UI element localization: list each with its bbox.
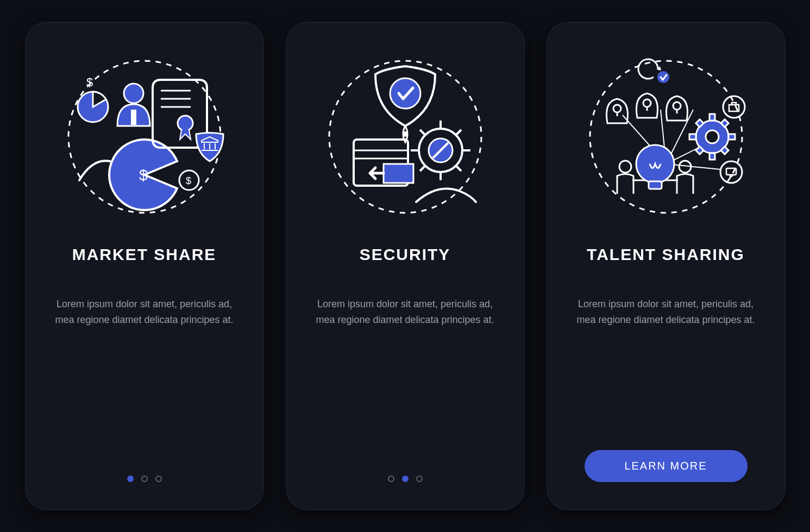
card-description: Lorem ipsum dolor sit amet, periculis ad… [313,296,498,328]
svg-rect-55 [689,134,696,140]
svg-rect-48 [649,181,662,189]
svg-point-52 [706,130,719,143]
svg-point-17 [390,78,420,109]
svg-point-49 [619,161,631,173]
svg-point-61 [723,96,745,118]
market-share-icon: $ $ $ [63,55,226,218]
card-description: Lorem ipsum dolor sit amet, periculis ad… [574,296,758,328]
svg-line-30 [456,166,461,171]
svg-text:$: $ [186,175,191,186]
svg-point-42 [643,99,651,107]
svg-rect-56 [729,134,735,140]
pagination-dots [388,476,423,482]
svg-text:$: $ [139,167,148,183]
svg-line-29 [420,130,425,135]
talent-sharing-icon [585,55,748,218]
card-title: TALENT SHARING [587,245,745,264]
svg-rect-22 [384,164,413,183]
onboarding-card-market-share: $ $ $ [25,22,264,510]
svg-rect-2 [131,110,136,125]
svg-rect-53 [709,114,715,121]
svg-point-40 [613,105,621,112]
svg-line-31 [420,166,425,171]
card-description: Lorem ipsum dolor sit amet, periculis ad… [52,296,237,328]
onboarding-card-security: SECURITY Lorem ipsum dolor sit amet, per… [286,22,525,510]
pagination-dots [127,476,162,482]
onboarding-card-talent-sharing: TALENT SHARING Lorem ipsum dolor sit ame… [547,22,786,510]
svg-point-18 [403,131,408,137]
card-title: MARKET SHARE [72,245,217,264]
svg-point-1 [124,84,143,103]
svg-line-28 [456,130,461,135]
pagination-dot[interactable] [416,476,423,482]
svg-rect-54 [709,153,715,160]
pagination-dot[interactable] [155,476,162,482]
security-icon [324,55,487,218]
pagination-dot[interactable] [141,476,148,482]
learn-more-button[interactable]: LEARN MORE [585,450,748,482]
svg-text:$: $ [86,75,93,89]
pagination-dot[interactable] [388,476,394,482]
svg-point-46 [657,71,669,83]
card-title: SECURITY [360,245,451,264]
pagination-dot[interactable] [402,476,409,482]
pagination-dot[interactable] [127,476,134,482]
svg-point-63 [720,161,742,183]
svg-point-11 [178,116,193,131]
svg-point-44 [673,102,681,110]
